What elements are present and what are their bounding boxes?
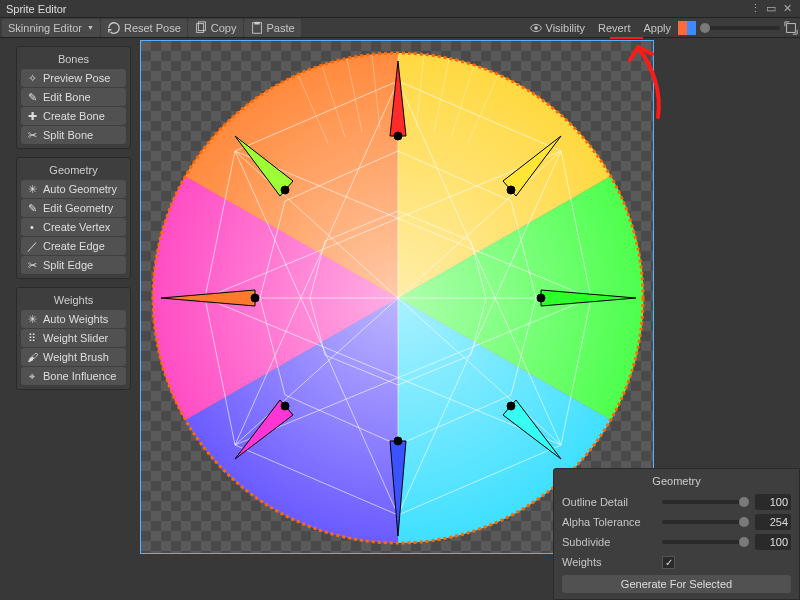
- bone-influence-icon: ⌖: [25, 369, 39, 383]
- split-edge-button[interactable]: ✂Split Edge: [21, 256, 126, 274]
- undock-icon[interactable]: ▭: [764, 2, 778, 16]
- create-edge-button[interactable]: ／Create Edge: [21, 237, 126, 255]
- preview-pose-icon: ✧: [25, 71, 39, 85]
- paste-icon: [250, 21, 264, 35]
- preview-pose-button[interactable]: ✧Preview Pose: [21, 69, 126, 87]
- color-toggle[interactable]: [678, 21, 696, 35]
- svg-rect-3: [254, 21, 259, 24]
- bones-title: Bones: [21, 51, 126, 69]
- toolbar: Skinning Editor ▼ Reset Pose Copy Paste …: [0, 18, 800, 38]
- split-bone-icon: ✂: [25, 128, 39, 142]
- create-edge-icon: ／: [25, 239, 39, 253]
- revert-button[interactable]: Revert: [592, 19, 636, 37]
- mode-dropdown[interactable]: Skinning Editor ▼: [2, 19, 100, 37]
- copy-button[interactable]: Copy: [188, 19, 243, 37]
- create-bone-icon: ✚: [25, 109, 39, 123]
- outline-detail-label: Outline Detail: [562, 496, 662, 508]
- geometry-panel: Geometry ✳Auto Geometry ✎Edit Geometry •…: [16, 157, 131, 279]
- create-vertex-button[interactable]: •Create Vertex: [21, 218, 126, 236]
- titlebar: Sprite Editor ⋮ ▭ ✕: [0, 0, 800, 18]
- geometry-title: Geometry: [21, 162, 126, 180]
- svg-rect-6: [787, 23, 796, 32]
- mode-label: Skinning Editor: [8, 22, 82, 34]
- generate-for-selected-button[interactable]: Generate For Selected: [562, 575, 791, 593]
- svg-point-49: [281, 186, 289, 194]
- alpha-tolerance-value[interactable]: 254: [755, 514, 791, 530]
- reset-pose-button[interactable]: Reset Pose: [101, 19, 187, 37]
- window-title: Sprite Editor: [6, 3, 748, 15]
- auto-weights-icon: ✳: [25, 312, 39, 326]
- alpha-tolerance-label: Alpha Tolerance: [562, 516, 662, 528]
- zoom-slider[interactable]: [700, 26, 780, 30]
- geometry-settings-title: Geometry: [562, 475, 791, 487]
- outline-detail-value[interactable]: 100: [755, 494, 791, 510]
- create-bone-button[interactable]: ✚Create Bone: [21, 107, 126, 125]
- reset-icon: [107, 21, 121, 35]
- weight-brush-icon: 🖌: [25, 350, 39, 364]
- copy-icon: [194, 21, 208, 35]
- edit-bone-icon: ✎: [25, 90, 39, 104]
- weights-panel: Weights ✳Auto Weights ⠿Weight Slider 🖌We…: [16, 287, 131, 390]
- bone-influence-button[interactable]: ⌖Bone Influence: [21, 367, 126, 385]
- visibility-button[interactable]: Visibility: [523, 19, 592, 37]
- svg-point-45: [281, 402, 289, 410]
- menu-icon[interactable]: ⋮: [748, 2, 762, 16]
- split-bone-button[interactable]: ✂Split Bone: [21, 126, 126, 144]
- auto-weights-button[interactable]: ✳Auto Weights: [21, 310, 126, 328]
- svg-point-39: [537, 294, 545, 302]
- edit-bone-button[interactable]: ✎Edit Bone: [21, 88, 126, 106]
- edit-geometry-button[interactable]: ✎Edit Geometry: [21, 199, 126, 217]
- weight-brush-button[interactable]: 🖌Weight Brush: [21, 348, 126, 366]
- svg-point-43: [394, 437, 402, 445]
- annotation-underline: [610, 37, 643, 39]
- svg-point-37: [507, 186, 515, 194]
- subdivide-label: Subdivide: [562, 536, 662, 548]
- weights-title: Weights: [21, 292, 126, 310]
- paste-button[interactable]: Paste: [244, 19, 301, 37]
- svg-point-5: [534, 26, 538, 30]
- weights-checkbox[interactable]: ✓: [662, 556, 675, 569]
- weight-slider-button[interactable]: ⠿Weight Slider: [21, 329, 126, 347]
- zoom-fit-icon[interactable]: [784, 21, 798, 35]
- eye-icon: [529, 21, 543, 35]
- auto-geometry-button[interactable]: ✳Auto Geometry: [21, 180, 126, 198]
- chevron-down-icon: ▼: [87, 24, 94, 31]
- subdivide-slider[interactable]: [662, 540, 749, 544]
- create-vertex-icon: •: [25, 220, 39, 234]
- svg-point-47: [251, 294, 259, 302]
- svg-point-41: [507, 402, 515, 410]
- auto-geometry-icon: ✳: [25, 182, 39, 196]
- outline-detail-slider[interactable]: [662, 500, 749, 504]
- weights-checkbox-label: Weights: [562, 556, 662, 568]
- split-edge-icon: ✂: [25, 258, 39, 272]
- bones-panel: Bones ✧Preview Pose ✎Edit Bone ✚Create B…: [16, 46, 131, 149]
- subdivide-value[interactable]: 100: [755, 534, 791, 550]
- edit-geometry-icon: ✎: [25, 201, 39, 215]
- canvas[interactable]: Bones ✧Preview Pose ✎Edit Bone ✚Create B…: [0, 38, 800, 600]
- alpha-tolerance-slider[interactable]: [662, 520, 749, 524]
- apply-button[interactable]: Apply: [637, 19, 677, 37]
- close-icon[interactable]: ✕: [780, 2, 794, 16]
- weight-slider-icon: ⠿: [25, 331, 39, 345]
- geometry-settings-panel: Geometry Outline Detail 100 Alpha Tolera…: [553, 468, 800, 600]
- svg-point-35: [394, 132, 402, 140]
